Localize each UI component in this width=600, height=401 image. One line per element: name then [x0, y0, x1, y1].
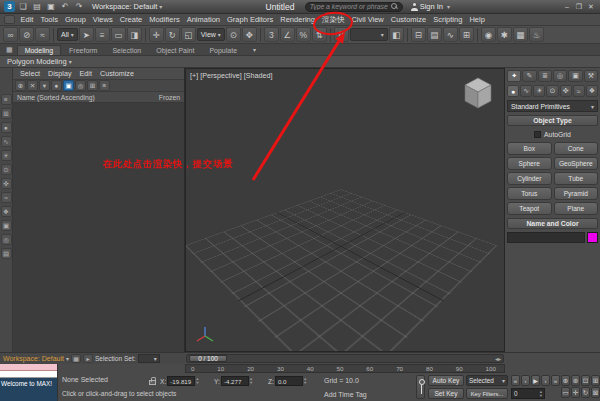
key-mode-dropdown[interactable]: Selected ▾: [466, 375, 508, 386]
zoom-all-icon[interactable]: ⊛: [571, 375, 580, 386]
spinner-icon[interactable]: ▴▾: [250, 377, 252, 385]
open-file-icon[interactable]: ▤: [31, 2, 43, 11]
name-color-rollout[interactable]: Name and Color: [507, 218, 598, 229]
select-by-name-icon[interactable]: ≡: [95, 27, 110, 42]
search-icon[interactable]: [391, 3, 398, 10]
listener-strip[interactable]: [0, 371, 57, 378]
tab-hierarchy-icon[interactable]: ≣: [538, 70, 552, 82]
time-slider-track[interactable]: 0 / 100 ◂▸: [186, 354, 504, 363]
time-slider-handle[interactable]: 0 / 100: [189, 355, 227, 362]
menu-group[interactable]: Group: [61, 14, 89, 25]
object-color-swatch[interactable]: [587, 232, 598, 243]
time-slider[interactable]: 0 / 100 ◂▸: [185, 353, 505, 364]
application-menu-icon[interactable]: [4, 15, 15, 24]
maximize-viewport-icon[interactable]: ⊠: [591, 387, 600, 398]
scene-filter-icon[interactable]: ●: [1, 122, 12, 133]
se-menu-customize[interactable]: Customize: [96, 69, 138, 78]
select-manipulate-icon[interactable]: ✥: [242, 27, 257, 42]
category-shapes-icon[interactable]: ∿: [520, 85, 532, 97]
selection-filter-dropdown[interactable]: All ▾: [57, 28, 78, 41]
orbit-icon[interactable]: ↻: [581, 387, 590, 398]
render-setup-icon[interactable]: ✱: [497, 27, 512, 42]
window-crossing-icon[interactable]: ◨: [127, 27, 142, 42]
plane-button[interactable]: Plane: [554, 202, 599, 215]
previous-frame-button[interactable]: ‹: [521, 375, 530, 386]
scene-filter-icon[interactable]: ≈: [1, 192, 12, 203]
menu-tools[interactable]: Tools: [37, 14, 62, 25]
edit-named-sets-icon[interactable]: {}: [334, 27, 349, 42]
selection-set-dropdown[interactable]: ▾: [138, 354, 160, 363]
spinner-icon[interactable]: ▴▾: [196, 377, 198, 385]
app-logo-icon[interactable]: 3: [4, 1, 15, 12]
se-clear-icon[interactable]: ✕: [27, 80, 38, 91]
scene-filter-icon[interactable]: ▤: [1, 248, 12, 259]
zoom-region-icon[interactable]: ▭: [561, 387, 570, 398]
auto-key-button[interactable]: Auto Key: [428, 375, 464, 386]
search-box[interactable]: Type a keyword or phrase: [305, 2, 403, 12]
next-frame-button[interactable]: ›: [541, 375, 550, 386]
x-field[interactable]: -19.819: [167, 376, 195, 386]
se-display-none-icon[interactable]: ▣: [63, 80, 74, 91]
reference-coordinate-dropdown[interactable]: View ▾: [197, 28, 225, 41]
cylinder-button[interactable]: Cylinder: [507, 172, 552, 185]
go-to-end-button[interactable]: »: [551, 375, 560, 386]
set-key-button[interactable]: Set Key: [428, 388, 464, 399]
category-lights-icon[interactable]: ☀: [533, 85, 545, 97]
y-field[interactable]: -4.277: [221, 376, 249, 386]
scene-filter-icon[interactable]: ▣: [1, 220, 12, 231]
menu-views[interactable]: Views: [89, 14, 116, 25]
tab-object-paint[interactable]: Object Paint: [149, 46, 201, 55]
zoom-extents-all-icon[interactable]: ⊞: [591, 375, 600, 386]
object-type-rollout[interactable]: Object Type: [507, 115, 598, 126]
menu-graph-editors[interactable]: Graph Editors: [224, 14, 277, 25]
render-production-icon[interactable]: ♨: [529, 27, 544, 42]
mirror-icon[interactable]: ◧: [389, 27, 404, 42]
tab-create-icon[interactable]: ✦: [507, 70, 521, 82]
column-header-frozen[interactable]: Frozen: [159, 94, 180, 101]
menu-help[interactable]: Help: [466, 14, 488, 25]
tab-display-icon[interactable]: ▣: [568, 70, 582, 82]
select-scale-icon[interactable]: ◱: [181, 27, 196, 42]
spinner-icon[interactable]: ▴▾: [304, 377, 306, 385]
snaps-toggle-icon[interactable]: 3: [264, 27, 279, 42]
scene-filter-icon[interactable]: ✜: [1, 178, 12, 189]
torus-button[interactable]: Torus: [507, 187, 552, 200]
spinner-icon[interactable]: ▴▾: [540, 390, 542, 398]
tab-modeling[interactable]: Modeling: [17, 45, 61, 55]
key-filters-button[interactable]: Key Filters...: [466, 388, 508, 399]
tab-utilities-icon[interactable]: ⚒: [584, 70, 598, 82]
category-geometry-icon[interactable]: ●: [507, 85, 519, 97]
select-object-icon[interactable]: ➤: [79, 27, 94, 42]
category-systems-icon[interactable]: ❖: [586, 85, 598, 97]
close-button[interactable]: ✕: [586, 3, 596, 11]
se-display-geometry-icon[interactable]: ●: [51, 80, 62, 91]
tab-selection[interactable]: Selection: [105, 46, 148, 55]
select-and-link-icon[interactable]: ∞: [3, 27, 18, 42]
menu-animation[interactable]: Animation: [183, 14, 223, 25]
menu-modifiers[interactable]: Modifiers: [146, 14, 183, 25]
object-name-field[interactable]: [507, 232, 585, 243]
tab-populate[interactable]: Populate: [202, 46, 244, 55]
scene-filter-icon[interactable]: ⊞: [1, 108, 12, 119]
spinner-snap-icon[interactable]: ⇅: [312, 27, 327, 42]
scene-filter-icon[interactable]: ❖: [1, 206, 12, 217]
se-menu-display[interactable]: Display: [44, 69, 76, 78]
redo-icon[interactable]: ↷: [73, 2, 85, 11]
sphere-button[interactable]: Sphere: [507, 157, 552, 170]
set-keys-button[interactable]: [416, 375, 425, 399]
menu-edit[interactable]: Edit: [17, 14, 37, 25]
tab-motion-icon[interactable]: ◎: [553, 70, 567, 82]
unlink-selection-icon[interactable]: ⊘: [19, 27, 34, 42]
minimize-button[interactable]: –: [562, 3, 572, 10]
save-file-icon[interactable]: ▣: [45, 2, 57, 11]
material-editor-icon[interactable]: ◉: [481, 27, 496, 42]
scene-filter-icon[interactable]: ◎: [1, 234, 12, 245]
selection-lock-icon[interactable]: [149, 380, 156, 385]
current-frame-field[interactable]: 0 ▴▾: [511, 388, 545, 399]
autogrid-checkbox[interactable]: [534, 131, 541, 138]
ribbon-minimize-icon[interactable]: ▾: [253, 46, 256, 55]
se-display-cameras-icon[interactable]: ◎: [75, 80, 86, 91]
menu-civil-view[interactable]: Civil View: [348, 14, 387, 25]
z-field[interactable]: 0.0: [275, 376, 303, 386]
go-to-start-button[interactable]: «: [511, 375, 520, 386]
